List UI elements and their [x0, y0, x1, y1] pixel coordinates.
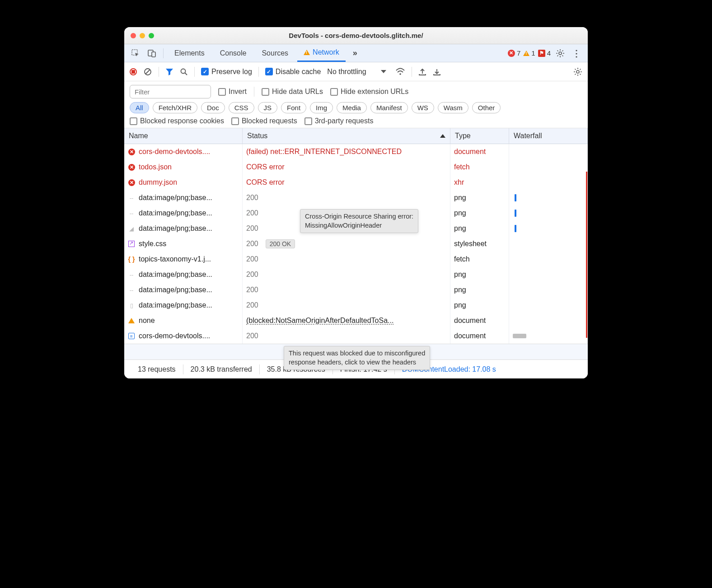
- request-waterfall-cell[interactable]: [509, 205, 588, 221]
- more-tabs-icon[interactable]: »: [348, 47, 362, 60]
- request-waterfall-cell[interactable]: [509, 236, 588, 252]
- request-status-cell[interactable]: 200: [243, 190, 450, 205]
- tab-network[interactable]: Network: [297, 44, 346, 62]
- request-status-cell[interactable]: 200: [243, 267, 450, 282]
- chip-ws[interactable]: WS: [412, 102, 434, 113]
- request-waterfall-cell[interactable]: [509, 159, 588, 175]
- throttling-select[interactable]: No throttling: [327, 68, 389, 76]
- record-button[interactable]: [130, 68, 137, 75]
- request-status-cell[interactable]: (failed) net::ERR_INTERNET_DISCONNECTED: [243, 144, 450, 159]
- inspect-element-icon[interactable]: [129, 47, 142, 60]
- import-har-icon[interactable]: [418, 68, 426, 76]
- request-name-cell[interactable]: { }topics-taxonomy-v1.j...: [124, 252, 243, 267]
- request-type-cell[interactable]: stylesheet: [450, 236, 509, 252]
- column-header-name[interactable]: Name: [124, 128, 243, 144]
- request-name-cell[interactable]: ▯data:image/png;base...: [124, 298, 243, 313]
- request-status-cell[interactable]: (blocked:NotSameOriginAfterDefaultedToSa…: [243, 313, 450, 328]
- request-status-cell[interactable]: 200: [243, 328, 450, 344]
- chip-css[interactable]: CSS: [229, 102, 254, 113]
- request-type-cell[interactable]: png: [450, 267, 509, 282]
- request-status-cell[interactable]: 200: [243, 252, 450, 267]
- error-badge[interactable]: ✕ 7: [508, 49, 520, 57]
- chip-other[interactable]: Other: [472, 102, 501, 113]
- invert-checkbox[interactable]: Invert: [218, 88, 247, 96]
- disable-cache-checkbox[interactable]: Disable cache: [265, 68, 321, 76]
- tab-elements[interactable]: Elements: [168, 44, 211, 62]
- request-name-cell[interactable]: style.css: [124, 236, 243, 252]
- request-status-cell[interactable]: CORS error: [243, 159, 450, 175]
- hide-extension-urls-checkbox[interactable]: Hide extension URLs: [330, 88, 408, 96]
- request-type-cell[interactable]: png: [450, 221, 509, 236]
- column-header-waterfall[interactable]: Waterfall: [509, 128, 588, 144]
- request-waterfall-cell[interactable]: [509, 298, 588, 313]
- export-har-icon[interactable]: [433, 68, 441, 76]
- chip-doc[interactable]: Doc: [201, 102, 225, 113]
- blocked-cookies-checkbox[interactable]: Blocked response cookies: [130, 117, 224, 125]
- tab-sources[interactable]: Sources: [255, 44, 295, 62]
- request-waterfall-cell[interactable]: [509, 221, 588, 236]
- blocked-requests-checkbox[interactable]: Blocked requests: [231, 117, 297, 125]
- request-name-cell[interactable]: ◢data:image/png;base...: [124, 221, 243, 236]
- request-waterfall-cell[interactable]: [509, 175, 588, 190]
- request-type-cell[interactable]: png: [450, 282, 509, 298]
- request-name-cell[interactable]: --data:image/png;base...: [124, 190, 243, 205]
- request-name-cell[interactable]: cors-demo-devtools....: [124, 328, 243, 344]
- request-type-cell[interactable]: fetch: [450, 252, 509, 267]
- third-party-checkbox[interactable]: 3rd-party requests: [304, 117, 374, 125]
- request-name-cell[interactable]: ✕todos.json: [124, 159, 243, 175]
- request-name-cell[interactable]: none: [124, 313, 243, 328]
- request-type-cell[interactable]: xhr: [450, 175, 509, 190]
- chip-js[interactable]: JS: [258, 102, 278, 113]
- issues-badge[interactable]: ⚑ 4: [538, 49, 551, 57]
- request-type-cell[interactable]: fetch: [450, 159, 509, 175]
- request-type-cell[interactable]: document: [450, 313, 509, 328]
- request-type-cell[interactable]: png: [450, 205, 509, 221]
- request-status-cell[interactable]: 200200 OK: [243, 236, 450, 252]
- zoom-window-button[interactable]: [149, 33, 154, 38]
- filter-icon[interactable]: [165, 68, 173, 76]
- chip-media[interactable]: Media: [337, 102, 367, 113]
- request-waterfall-cell[interactable]: [509, 267, 588, 282]
- tab-console[interactable]: Console: [214, 44, 253, 62]
- chip-all[interactable]: All: [130, 102, 149, 113]
- request-waterfall-cell[interactable]: [509, 252, 588, 267]
- request-waterfall-cell[interactable]: [509, 313, 588, 328]
- network-settings-icon[interactable]: [573, 67, 582, 76]
- device-toolbar-icon[interactable]: [145, 47, 159, 60]
- minimize-window-button[interactable]: [140, 33, 145, 38]
- kebab-menu-icon[interactable]: ⋮: [570, 47, 583, 60]
- warning-badge[interactable]: 1: [523, 49, 535, 57]
- chip-img[interactable]: Img: [310, 102, 333, 113]
- chip-manifest[interactable]: Manifest: [370, 102, 408, 113]
- request-name-cell[interactable]: --data:image/png;base...: [124, 282, 243, 298]
- close-window-button[interactable]: [131, 33, 136, 38]
- request-name-cell[interactable]: ✕cors-demo-devtools....: [124, 144, 243, 159]
- request-name-cell[interactable]: --data:image/png;base...: [124, 267, 243, 282]
- chip-wasm[interactable]: Wasm: [438, 102, 468, 113]
- chip-font[interactable]: Font: [281, 102, 306, 113]
- clear-button[interactable]: [143, 67, 152, 76]
- request-type-cell[interactable]: document: [450, 144, 509, 159]
- network-conditions-icon[interactable]: [395, 68, 405, 76]
- request-waterfall-cell[interactable]: [509, 282, 588, 298]
- column-header-status[interactable]: Status: [243, 128, 450, 144]
- request-name-cell[interactable]: ✕dummy.json: [124, 175, 243, 190]
- hide-data-urls-checkbox[interactable]: Hide data URLs: [262, 88, 323, 96]
- request-name-cell[interactable]: --data:image/png;base...: [124, 205, 243, 221]
- request-waterfall-cell[interactable]: [509, 328, 588, 344]
- request-type-cell[interactable]: document: [450, 328, 509, 344]
- request-type-cell[interactable]: png: [450, 298, 509, 313]
- request-status-cell[interactable]: CORS error: [243, 175, 450, 190]
- request-type-cell[interactable]: png: [450, 190, 509, 205]
- column-header-type[interactable]: Type: [450, 128, 509, 144]
- search-icon[interactable]: [180, 68, 188, 76]
- settings-icon[interactable]: [553, 47, 567, 60]
- filter-input[interactable]: [130, 85, 211, 98]
- chip-fetchxhr[interactable]: Fetch/XHR: [153, 102, 197, 113]
- preserve-log-checkbox[interactable]: Preserve log: [201, 68, 252, 76]
- request-type: document: [454, 332, 486, 340]
- request-waterfall-cell[interactable]: [509, 144, 588, 159]
- request-waterfall-cell[interactable]: [509, 190, 588, 205]
- request-status-cell[interactable]: 200: [243, 282, 450, 298]
- request-status-cell[interactable]: 200: [243, 298, 450, 313]
